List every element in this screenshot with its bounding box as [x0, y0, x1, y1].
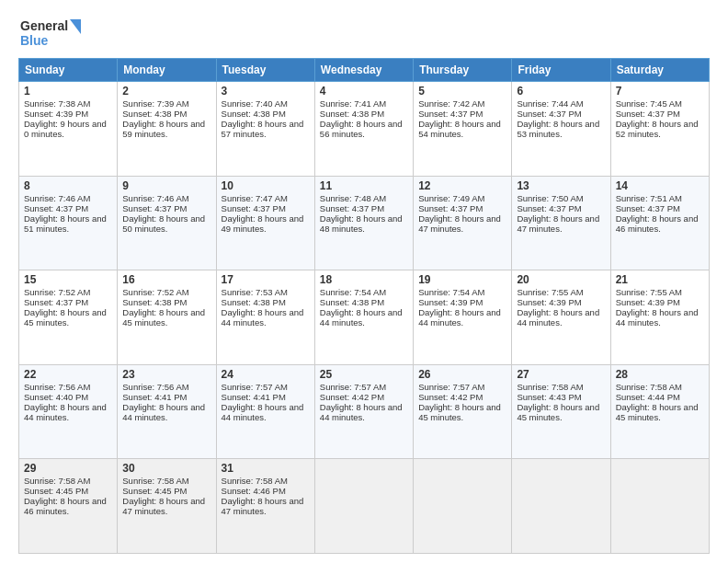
day-number: 4: [320, 85, 408, 98]
day-number: 27: [517, 368, 605, 381]
day-number: 9: [122, 179, 210, 192]
daylight-text: Daylight: 8 hours and 45 minutes.: [418, 402, 506, 422]
sunset-text: Sunset: 4:41 PM: [222, 392, 310, 402]
daylight-text: Daylight: 8 hours and 45 minutes.: [616, 402, 704, 422]
daylight-text: Daylight: 8 hours and 54 minutes.: [418, 119, 506, 139]
daylight-text: Daylight: 9 hours and 0 minutes.: [24, 119, 112, 139]
calendar-header-thursday: Thursday: [414, 59, 512, 82]
calendar-cell: [414, 459, 512, 554]
sunset-text: Sunset: 4:46 PM: [222, 486, 310, 496]
sunrise-text: Sunrise: 7:40 AM: [222, 98, 310, 109]
sunset-text: Sunset: 4:37 PM: [222, 203, 310, 213]
calendar-cell: 23Sunrise: 7:56 AMSunset: 4:41 PMDayligh…: [118, 364, 216, 459]
day-number: 23: [122, 368, 210, 381]
sunset-text: Sunset: 4:38 PM: [222, 109, 310, 119]
day-number: 3: [222, 85, 310, 98]
daylight-text: Daylight: 8 hours and 44 minutes.: [320, 402, 408, 422]
sunset-text: Sunset: 4:37 PM: [517, 203, 605, 213]
sunset-text: Sunset: 4:42 PM: [320, 392, 408, 402]
sunset-text: Sunset: 4:37 PM: [418, 203, 506, 213]
daylight-text: Daylight: 8 hours and 45 minutes.: [24, 307, 112, 327]
daylight-text: Daylight: 8 hours and 50 minutes.: [122, 213, 210, 234]
svg-text:General: General: [20, 18, 68, 33]
daylight-text: Daylight: 8 hours and 49 minutes.: [222, 213, 310, 234]
day-number: 2: [122, 85, 210, 98]
sunrise-text: Sunrise: 7:47 AM: [222, 193, 310, 203]
sunrise-text: Sunrise: 7:52 AM: [24, 287, 112, 297]
daylight-text: Daylight: 8 hours and 44 minutes.: [222, 402, 310, 422]
calendar-header-saturday: Saturday: [610, 59, 709, 82]
day-number: 30: [122, 462, 210, 475]
sunrise-text: Sunrise: 7:57 AM: [418, 382, 506, 392]
calendar-cell: 22Sunrise: 7:56 AMSunset: 4:40 PMDayligh…: [19, 364, 118, 459]
sunrise-text: Sunrise: 7:57 AM: [222, 382, 310, 392]
sunrise-text: Sunrise: 7:54 AM: [320, 287, 408, 297]
sunset-text: Sunset: 4:38 PM: [222, 297, 310, 307]
calendar-header-tuesday: Tuesday: [216, 59, 314, 82]
sunrise-text: Sunrise: 7:54 AM: [418, 287, 506, 297]
day-number: 26: [418, 368, 506, 381]
day-number: 11: [320, 179, 408, 192]
day-number: 29: [24, 462, 112, 475]
day-number: 13: [517, 179, 605, 192]
sunrise-text: Sunrise: 7:57 AM: [320, 382, 408, 392]
calendar-cell: 20Sunrise: 7:55 AMSunset: 4:39 PMDayligh…: [512, 270, 610, 365]
sunset-text: Sunset: 4:38 PM: [320, 109, 408, 119]
sunset-text: Sunset: 4:37 PM: [24, 297, 112, 307]
sunset-text: Sunset: 4:45 PM: [122, 486, 210, 496]
daylight-text: Daylight: 8 hours and 56 minutes.: [320, 119, 408, 139]
daylight-text: Daylight: 8 hours and 57 minutes.: [222, 119, 310, 139]
day-number: 24: [222, 368, 310, 381]
daylight-text: Daylight: 8 hours and 46 minutes.: [24, 496, 112, 516]
sunset-text: Sunset: 4:37 PM: [320, 203, 408, 213]
sunrise-text: Sunrise: 7:51 AM: [616, 193, 704, 203]
daylight-text: Daylight: 8 hours and 44 minutes.: [616, 307, 704, 327]
calendar-cell: 18Sunrise: 7:54 AMSunset: 4:38 PMDayligh…: [314, 270, 413, 365]
sunrise-text: Sunrise: 7:56 AM: [24, 382, 112, 392]
sunrise-text: Sunrise: 7:41 AM: [320, 98, 408, 109]
daylight-text: Daylight: 8 hours and 44 minutes.: [222, 307, 310, 327]
sunrise-text: Sunrise: 7:46 AM: [24, 193, 112, 203]
calendar-cell: 3Sunrise: 7:40 AMSunset: 4:38 PMDaylight…: [216, 82, 314, 177]
daylight-text: Daylight: 8 hours and 48 minutes.: [320, 213, 408, 234]
sunrise-text: Sunrise: 7:58 AM: [24, 476, 112, 486]
sunrise-text: Sunrise: 7:58 AM: [616, 382, 704, 392]
daylight-text: Daylight: 8 hours and 44 minutes.: [418, 307, 506, 327]
calendar-cell: 8Sunrise: 7:46 AMSunset: 4:37 PMDaylight…: [19, 176, 118, 270]
calendar-cell: 15Sunrise: 7:52 AMSunset: 4:37 PMDayligh…: [19, 270, 118, 365]
calendar-header-monday: Monday: [118, 59, 216, 82]
sunset-text: Sunset: 4:39 PM: [24, 109, 112, 119]
calendar-cell: 19Sunrise: 7:54 AMSunset: 4:39 PMDayligh…: [414, 270, 512, 365]
sunset-text: Sunset: 4:39 PM: [616, 297, 704, 307]
svg-text:Blue: Blue: [20, 33, 49, 48]
calendar-cell: 9Sunrise: 7:46 AMSunset: 4:37 PMDaylight…: [118, 176, 216, 270]
day-number: 8: [24, 179, 112, 192]
day-number: 16: [122, 273, 210, 286]
calendar-table: SundayMondayTuesdayWednesdayThursdayFrid…: [18, 58, 710, 554]
sunset-text: Sunset: 4:38 PM: [320, 297, 408, 307]
sunrise-text: Sunrise: 7:45 AM: [616, 98, 704, 109]
sunset-text: Sunset: 4:40 PM: [24, 392, 112, 402]
sunrise-text: Sunrise: 7:55 AM: [517, 287, 605, 297]
calendar-cell: 2Sunrise: 7:39 AMSunset: 4:38 PMDaylight…: [118, 82, 216, 177]
sunset-text: Sunset: 4:37 PM: [517, 109, 605, 119]
sunset-text: Sunset: 4:43 PM: [517, 392, 605, 402]
sunset-text: Sunset: 4:38 PM: [122, 297, 210, 307]
calendar-cell: 10Sunrise: 7:47 AMSunset: 4:37 PMDayligh…: [216, 176, 314, 270]
sunrise-text: Sunrise: 7:46 AM: [122, 193, 210, 203]
calendar-cell: 27Sunrise: 7:58 AMSunset: 4:43 PMDayligh…: [512, 364, 610, 459]
sunset-text: Sunset: 4:38 PM: [122, 109, 210, 119]
calendar-cell: 12Sunrise: 7:49 AMSunset: 4:37 PMDayligh…: [414, 176, 512, 270]
calendar-cell: 16Sunrise: 7:52 AMSunset: 4:38 PMDayligh…: [118, 270, 216, 365]
sunset-text: Sunset: 4:42 PM: [418, 392, 506, 402]
day-number: 20: [517, 273, 605, 286]
day-number: 17: [222, 273, 310, 286]
sunset-text: Sunset: 4:45 PM: [24, 486, 112, 496]
daylight-text: Daylight: 8 hours and 59 minutes.: [122, 119, 210, 139]
calendar-cell: 13Sunrise: 7:50 AMSunset: 4:37 PMDayligh…: [512, 176, 610, 270]
daylight-text: Daylight: 8 hours and 44 minutes.: [24, 402, 112, 422]
day-number: 14: [616, 179, 704, 192]
day-number: 18: [320, 273, 408, 286]
calendar-cell: 24Sunrise: 7:57 AMSunset: 4:41 PMDayligh…: [216, 364, 314, 459]
sunrise-text: Sunrise: 7:56 AM: [122, 382, 210, 392]
